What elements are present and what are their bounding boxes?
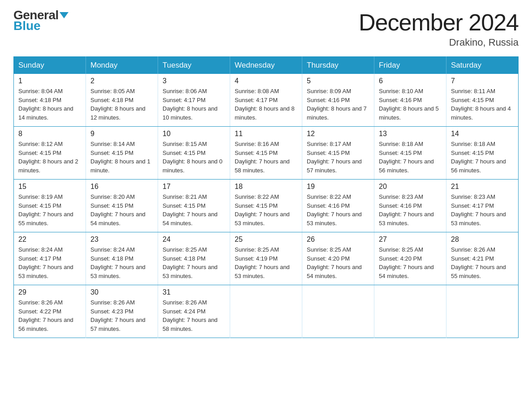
day-number: 14 xyxy=(451,130,514,138)
day-info: Sunrise: 8:26 AM Sunset: 4:21 PM Dayligh… xyxy=(451,245,514,280)
day-number: 30 xyxy=(90,288,153,296)
calendar-day-22: 22 Sunrise: 8:24 AM Sunset: 4:17 PM Dayl… xyxy=(14,232,86,285)
day-number: 24 xyxy=(163,235,225,244)
day-number: 17 xyxy=(163,183,225,191)
empty-cell-w4-d5 xyxy=(374,285,446,338)
calendar-day-31: 31 Sunrise: 8:26 AM Sunset: 4:24 PM Dayl… xyxy=(158,285,230,338)
day-number: 15 xyxy=(18,183,81,191)
day-info: Sunrise: 8:14 AM Sunset: 4:15 PM Dayligh… xyxy=(90,140,153,175)
day-number: 7 xyxy=(451,77,514,85)
day-number: 20 xyxy=(379,183,442,191)
day-info: Sunrise: 8:24 AM Sunset: 4:17 PM Dayligh… xyxy=(18,245,81,280)
calendar-day-18: 18 Sunrise: 8:22 AM Sunset: 4:15 PM Dayl… xyxy=(230,180,302,232)
day-number: 8 xyxy=(18,130,81,138)
day-info: Sunrise: 8:05 AM Sunset: 4:18 PM Dayligh… xyxy=(90,87,153,122)
day-number: 26 xyxy=(307,235,369,244)
calendar-day-3: 3 Sunrise: 8:06 AM Sunset: 4:17 PM Dayli… xyxy=(158,74,230,127)
day-number: 4 xyxy=(235,77,297,85)
day-info: Sunrise: 8:17 AM Sunset: 4:15 PM Dayligh… xyxy=(307,140,369,175)
day-info: Sunrise: 8:12 AM Sunset: 4:15 PM Dayligh… xyxy=(18,140,81,175)
day-info: Sunrise: 8:15 AM Sunset: 4:15 PM Dayligh… xyxy=(163,140,225,175)
calendar-day-29: 29 Sunrise: 8:26 AM Sunset: 4:22 PM Dayl… xyxy=(14,285,86,338)
calendar-day-15: 15 Sunrise: 8:19 AM Sunset: 4:15 PM Dayl… xyxy=(14,180,86,232)
day-info: Sunrise: 8:16 AM Sunset: 4:15 PM Dayligh… xyxy=(235,140,297,175)
calendar-week-4: 22 Sunrise: 8:24 AM Sunset: 4:17 PM Dayl… xyxy=(14,232,519,285)
calendar-day-21: 21 Sunrise: 8:23 AM Sunset: 4:17 PM Dayl… xyxy=(446,180,519,232)
day-number: 18 xyxy=(235,183,297,191)
title-area: December 2024 Drakino, Russia xyxy=(359,9,519,48)
day-info: Sunrise: 8:26 AM Sunset: 4:23 PM Dayligh… xyxy=(90,298,153,333)
calendar-body: 1 Sunrise: 8:04 AM Sunset: 4:18 PM Dayli… xyxy=(14,74,519,338)
day-info: Sunrise: 8:04 AM Sunset: 4:18 PM Dayligh… xyxy=(18,87,81,122)
calendar-day-14: 14 Sunrise: 8:18 AM Sunset: 4:15 PM Dayl… xyxy=(446,127,519,180)
day-number: 19 xyxy=(307,183,369,191)
calendar-day-11: 11 Sunrise: 8:16 AM Sunset: 4:15 PM Dayl… xyxy=(230,127,302,180)
page-header: General Blue December 2024 Drakino, Russ… xyxy=(13,9,519,48)
calendar-day-23: 23 Sunrise: 8:24 AM Sunset: 4:18 PM Dayl… xyxy=(86,232,158,285)
day-info: Sunrise: 8:26 AM Sunset: 4:24 PM Dayligh… xyxy=(163,298,225,333)
day-number: 12 xyxy=(307,130,369,138)
weekday-header-thursday: Thursday xyxy=(302,57,374,74)
calendar-day-19: 19 Sunrise: 8:22 AM Sunset: 4:16 PM Dayl… xyxy=(302,180,374,232)
day-info: Sunrise: 8:18 AM Sunset: 4:15 PM Dayligh… xyxy=(379,140,442,175)
calendar-day-20: 20 Sunrise: 8:23 AM Sunset: 4:16 PM Dayl… xyxy=(374,180,446,232)
calendar-day-26: 26 Sunrise: 8:25 AM Sunset: 4:20 PM Dayl… xyxy=(302,232,374,285)
day-number: 9 xyxy=(90,130,153,138)
calendar-day-8: 8 Sunrise: 8:12 AM Sunset: 4:15 PM Dayli… xyxy=(14,127,86,180)
month-title: December 2024 xyxy=(359,9,519,36)
weekday-header-row: SundayMondayTuesdayWednesdayThursdayFrid… xyxy=(14,57,519,74)
day-info: Sunrise: 8:23 AM Sunset: 4:17 PM Dayligh… xyxy=(451,193,514,227)
calendar-day-5: 5 Sunrise: 8:09 AM Sunset: 4:16 PM Dayli… xyxy=(302,74,374,127)
calendar-week-5: 29 Sunrise: 8:26 AM Sunset: 4:22 PM Dayl… xyxy=(14,285,519,338)
day-info: Sunrise: 8:11 AM Sunset: 4:15 PM Dayligh… xyxy=(451,87,514,122)
day-info: Sunrise: 8:20 AM Sunset: 4:15 PM Dayligh… xyxy=(90,193,153,227)
day-number: 28 xyxy=(451,235,514,244)
day-number: 13 xyxy=(379,130,442,138)
logo: General Blue xyxy=(13,9,69,32)
day-info: Sunrise: 8:24 AM Sunset: 4:18 PM Dayligh… xyxy=(90,245,153,280)
day-number: 11 xyxy=(235,130,297,138)
weekday-header-wednesday: Wednesday xyxy=(230,57,302,74)
day-number: 5 xyxy=(307,77,369,85)
day-number: 3 xyxy=(163,77,225,85)
day-number: 23 xyxy=(90,235,153,244)
calendar-day-10: 10 Sunrise: 8:15 AM Sunset: 4:15 PM Dayl… xyxy=(158,127,230,180)
day-number: 31 xyxy=(163,288,225,296)
day-info: Sunrise: 8:21 AM Sunset: 4:15 PM Dayligh… xyxy=(163,193,225,227)
day-info: Sunrise: 8:18 AM Sunset: 4:15 PM Dayligh… xyxy=(451,140,514,175)
calendar-day-12: 12 Sunrise: 8:17 AM Sunset: 4:15 PM Dayl… xyxy=(302,127,374,180)
weekday-header-saturday: Saturday xyxy=(446,57,519,74)
weekday-header-sunday: Sunday xyxy=(14,57,86,74)
weekday-header-friday: Friday xyxy=(374,57,446,74)
day-info: Sunrise: 8:25 AM Sunset: 4:18 PM Dayligh… xyxy=(163,245,225,280)
empty-cell-w4-d3 xyxy=(230,285,302,338)
calendar-day-30: 30 Sunrise: 8:26 AM Sunset: 4:23 PM Dayl… xyxy=(86,285,158,338)
day-number: 27 xyxy=(379,235,442,244)
calendar-day-27: 27 Sunrise: 8:25 AM Sunset: 4:20 PM Dayl… xyxy=(374,232,446,285)
day-number: 29 xyxy=(18,288,81,296)
day-info: Sunrise: 8:26 AM Sunset: 4:22 PM Dayligh… xyxy=(18,298,81,333)
day-info: Sunrise: 8:25 AM Sunset: 4:19 PM Dayligh… xyxy=(235,245,297,280)
calendar-day-24: 24 Sunrise: 8:25 AM Sunset: 4:18 PM Dayl… xyxy=(158,232,230,285)
calendar-day-9: 9 Sunrise: 8:14 AM Sunset: 4:15 PM Dayli… xyxy=(86,127,158,180)
day-info: Sunrise: 8:10 AM Sunset: 4:16 PM Dayligh… xyxy=(379,87,442,122)
calendar-day-2: 2 Sunrise: 8:05 AM Sunset: 4:18 PM Dayli… xyxy=(86,74,158,127)
calendar-week-3: 15 Sunrise: 8:19 AM Sunset: 4:15 PM Dayl… xyxy=(14,180,519,232)
weekday-header-monday: Monday xyxy=(86,57,158,74)
location: Drakino, Russia xyxy=(359,37,519,48)
weekday-header-tuesday: Tuesday xyxy=(158,57,230,74)
logo-blue: Blue xyxy=(13,20,69,32)
calendar-day-25: 25 Sunrise: 8:25 AM Sunset: 4:19 PM Dayl… xyxy=(230,232,302,285)
day-info: Sunrise: 8:08 AM Sunset: 4:17 PM Dayligh… xyxy=(235,87,297,122)
day-info: Sunrise: 8:06 AM Sunset: 4:17 PM Dayligh… xyxy=(163,87,225,122)
calendar-week-2: 8 Sunrise: 8:12 AM Sunset: 4:15 PM Dayli… xyxy=(14,127,519,180)
day-info: Sunrise: 8:25 AM Sunset: 4:20 PM Dayligh… xyxy=(379,245,442,280)
calendar-day-16: 16 Sunrise: 8:20 AM Sunset: 4:15 PM Dayl… xyxy=(86,180,158,232)
day-info: Sunrise: 8:09 AM Sunset: 4:16 PM Dayligh… xyxy=(307,87,369,122)
calendar-day-17: 17 Sunrise: 8:21 AM Sunset: 4:15 PM Dayl… xyxy=(158,180,230,232)
day-info: Sunrise: 8:22 AM Sunset: 4:15 PM Dayligh… xyxy=(235,193,297,227)
empty-cell-w4-d4 xyxy=(302,285,374,338)
day-number: 25 xyxy=(235,235,297,244)
day-info: Sunrise: 8:25 AM Sunset: 4:20 PM Dayligh… xyxy=(307,245,369,280)
day-number: 21 xyxy=(451,183,514,191)
